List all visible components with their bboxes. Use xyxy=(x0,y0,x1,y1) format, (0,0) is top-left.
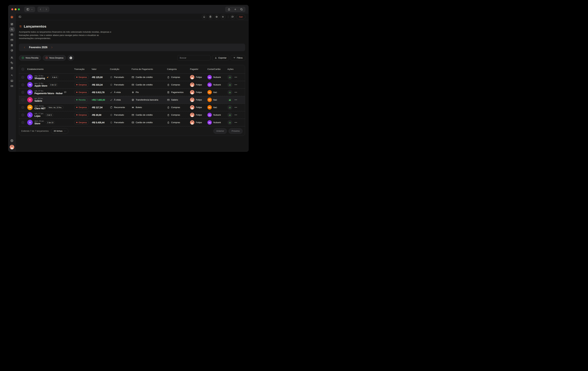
sidebar-toggle-button[interactable] xyxy=(24,7,35,12)
row-menu-button[interactable]: ••• xyxy=(235,76,237,78)
new-expense-button[interactable]: Nova Despesa xyxy=(43,55,66,61)
tab-overview-button[interactable] xyxy=(239,7,244,12)
payment-method-cell: Cartão de crédito xyxy=(132,114,167,116)
row-menu-button[interactable]: ••• xyxy=(235,84,237,86)
transaction-value: -R$ 5.435,44 xyxy=(92,121,105,124)
payer-name: Felipe xyxy=(196,91,202,93)
theme-toggle-button[interactable] xyxy=(220,14,225,19)
sidebar-item-transfers[interactable] xyxy=(9,27,15,32)
quick-add-button[interactable] xyxy=(68,55,74,61)
minimize-button[interactable] xyxy=(15,8,17,10)
thumbs-up-button[interactable] xyxy=(227,82,232,87)
row-checkbox[interactable] xyxy=(21,98,24,101)
merchant-name: Pagamento fatura - Nubank xyxy=(34,92,63,95)
category-cell: Compras xyxy=(167,121,190,124)
row-menu-button[interactable]: ••• xyxy=(235,122,237,123)
actions-cell: ••• xyxy=(227,120,243,125)
bank-logo: nu xyxy=(207,113,212,117)
thumbs-up-button[interactable] xyxy=(227,105,232,110)
actions-cell: ••• xyxy=(227,113,243,117)
new-income-button[interactable]: Nova Receita xyxy=(19,55,41,61)
sidebar-item-investments[interactable] xyxy=(9,48,15,53)
notifications-button[interactable] xyxy=(202,14,207,19)
sidebar-item-sparkles[interactable] xyxy=(9,73,15,78)
close-button[interactable] xyxy=(11,8,13,10)
privacy-target-button[interactable] xyxy=(214,14,219,19)
sidebar-item-users[interactable] xyxy=(9,55,15,60)
calculator-button[interactable] xyxy=(208,14,213,19)
logout-button[interactable]: Sair xyxy=(236,14,245,19)
thumbs-up-button[interactable] xyxy=(227,97,232,102)
row-checkbox[interactable] xyxy=(21,91,24,94)
condition-cell: Parcelado xyxy=(110,114,132,116)
panel-toggle-icon[interactable] xyxy=(19,15,21,18)
thumbs-up-button[interactable] xyxy=(227,75,232,80)
filters-button[interactable]: Filtros xyxy=(231,55,245,61)
merchant-name: Apple Store xyxy=(34,84,47,87)
payer-cell: Felipe xyxy=(190,75,207,79)
row-menu-button[interactable]: ••• xyxy=(235,99,237,101)
transaction-type-badge: Despesa xyxy=(74,82,89,87)
row-checkbox[interactable] xyxy=(21,76,24,79)
sidebar xyxy=(8,14,16,152)
user-avatar[interactable] xyxy=(10,145,14,150)
sidebar-item-dashboard[interactable] xyxy=(9,22,15,27)
sidebar-item-tag[interactable] xyxy=(9,61,15,65)
previous-month-button[interactable] xyxy=(23,46,26,49)
filter-icon xyxy=(233,57,236,59)
transaction-date: sáb, 07 fev. xyxy=(34,90,63,92)
previous-page-button[interactable]: Anterior xyxy=(213,128,227,134)
share-button[interactable] xyxy=(226,7,232,12)
merchant-avatar: S xyxy=(27,120,33,125)
row-checkbox[interactable] xyxy=(21,121,24,124)
settings-gear-icon[interactable] xyxy=(9,138,15,143)
page-size-select[interactable]: 30 linhas xyxy=(51,128,68,134)
payment-method-cell: Boleto xyxy=(132,106,167,109)
new-tab-button[interactable] xyxy=(232,7,238,12)
sidebar-item-bank[interactable] xyxy=(9,43,15,48)
next-page-button[interactable]: Próximo xyxy=(229,128,243,134)
row-menu-button[interactable]: ••• xyxy=(235,106,237,108)
merchant-avatar: L xyxy=(27,112,33,118)
thumbs-up-button[interactable] xyxy=(227,90,232,95)
forward-button[interactable] xyxy=(43,7,49,12)
merchant-name: Lojas xyxy=(34,115,44,117)
sidebar-item-report[interactable] xyxy=(9,78,15,83)
window-actions xyxy=(225,7,245,12)
payer-name: Felipe xyxy=(196,121,202,124)
export-button[interactable]: Exportar xyxy=(212,55,229,61)
sidebar-item-calendar[interactable] xyxy=(9,32,15,37)
transaction-type-badge: Despesa xyxy=(74,75,89,79)
feedback-button[interactable] xyxy=(230,14,235,19)
zoom-button[interactable] xyxy=(18,8,20,10)
table-header: Estabelecimento Transação Valor Condição… xyxy=(21,65,243,73)
transaction-date: dom, 01 fev. xyxy=(34,105,46,107)
select-all-checkbox[interactable] xyxy=(21,68,24,71)
table-footer: Exibindo 7 de 7 lançamentos 30 linhas An… xyxy=(19,126,245,136)
row-checkbox[interactable] xyxy=(21,106,24,109)
table-row: L sáb, 17 jan. Lojas 2 de 5 Despesa -R$ … xyxy=(19,111,245,119)
table-row: AS qua, 11 fev. Apple Store 3 de 12 Desp… xyxy=(19,81,245,88)
row-checkbox[interactable] xyxy=(21,83,24,86)
next-month-button[interactable] xyxy=(50,46,54,49)
sidebar-item-rows[interactable] xyxy=(9,84,15,88)
search-input[interactable] xyxy=(177,55,210,61)
account-cell: nu Nubank xyxy=(207,75,227,79)
payment-method-cell: Cartão de crédito xyxy=(132,83,167,86)
sidebar-item-clipboard[interactable] xyxy=(9,66,15,71)
thumbs-up-button[interactable] xyxy=(227,120,232,125)
row-menu-button[interactable]: ••• xyxy=(235,91,237,93)
payer-cell: Felipe xyxy=(190,113,207,117)
row-menu-button[interactable]: ••• xyxy=(235,114,237,116)
page-title: Lançamentos xyxy=(19,24,245,28)
comment-icon[interactable] xyxy=(64,91,66,93)
app-logo-icon[interactable] xyxy=(10,15,14,20)
thumbs-up-button[interactable] xyxy=(227,113,232,117)
table-row: S seg, 16 fev. Shopping 4 de 4 Despesa -… xyxy=(19,73,245,81)
row-checkbox[interactable] xyxy=(21,113,24,116)
transaction-value: -R$ 333,34 xyxy=(92,83,103,86)
back-button[interactable] xyxy=(38,7,43,12)
installment-badge: 2 de 10 xyxy=(46,121,55,124)
account-cell: nu Nubank xyxy=(207,113,227,117)
sidebar-item-credit-card[interactable] xyxy=(9,38,15,42)
